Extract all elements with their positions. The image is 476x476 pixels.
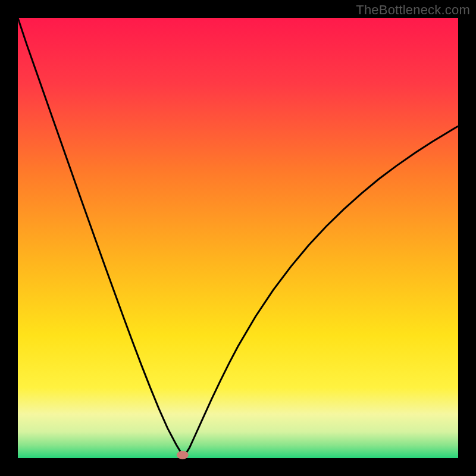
gradient-background xyxy=(18,18,458,458)
chart-frame: TheBottleneck.com xyxy=(0,0,476,476)
optimum-marker xyxy=(177,451,189,459)
watermark-text: TheBottleneck.com xyxy=(356,2,470,18)
bottleneck-chart xyxy=(0,0,476,476)
